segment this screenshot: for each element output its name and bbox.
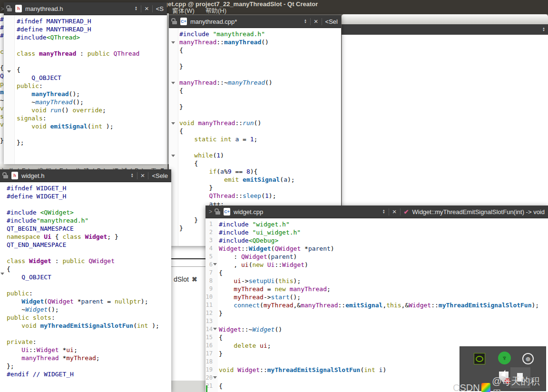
open-documents-sliver: dSlot✖ (171, 246, 206, 392)
fold-marker-icon[interactable] (171, 155, 175, 157)
divider (400, 208, 401, 216)
divider (322, 18, 322, 25)
file-name: manythread.cpp* (190, 18, 237, 25)
nvidia-tray-icon[interactable] (474, 353, 485, 364)
method-icon: ✔ (404, 208, 409, 216)
fold-marker-icon[interactable] (0, 273, 4, 275)
file-name: widget.h (21, 172, 44, 179)
line-numbers: 123456789101112131415161718192021 (206, 220, 213, 390)
forward-chevron-icon[interactable]: > (209, 208, 212, 215)
editor-titlebar[interactable]: h manythread.h ▲▼ × <S (4, 2, 167, 15)
statusbar-sliver (171, 381, 206, 392)
editor-titlebar[interactable]: C+ manythread.cpp* ▲▼ × <Sel (169, 15, 341, 28)
editor-titlebar[interactable]: > C+ widget.cpp ▲▼ × ✔ Widget::myThreadE… (206, 206, 548, 218)
fold-marker-icon[interactable] (213, 328, 217, 330)
split-icon[interactable]: ▲▼ (382, 209, 385, 214)
divider (171, 258, 206, 259)
fold-marker-icon[interactable] (213, 263, 217, 265)
divider (137, 172, 137, 179)
fold-marker-icon[interactable] (213, 376, 217, 379)
watermark-prefix: CSDN (453, 382, 480, 392)
split-icon[interactable]: ▲▼ (542, 27, 545, 32)
divider (310, 18, 311, 25)
background-editor-toolbar: ▲▼ (342, 24, 548, 35)
watermark-suffix: @每天的积累 (492, 375, 548, 392)
menu-help[interactable]: 帮助(H) (206, 7, 226, 15)
document-tab[interactable]: dSlot✖ (174, 275, 197, 283)
file-name: widget.cpp (234, 208, 263, 216)
divider (148, 172, 148, 179)
close-icon[interactable]: × (145, 5, 149, 12)
menu-window[interactable]: 窗体(W) (172, 7, 195, 15)
lock-icon (7, 8, 12, 11)
symbol-combo[interactable]: Widget::myThreadEmitSignalSlotFun(int) -… (412, 208, 545, 216)
fold-marker-icon[interactable] (7, 70, 11, 73)
background-editor-area (342, 35, 548, 206)
header-file-icon: h (15, 5, 22, 12)
fold-marker-icon[interactable] (171, 82, 175, 84)
background-window-titlebar (342, 14, 548, 24)
editor-window-manythread-h: h manythread.h ▲▼ × <S #ifndef MANYTHREA… (4, 2, 167, 164)
csdn-logo-icon (481, 383, 491, 392)
close-icon[interactable]: × (392, 208, 397, 215)
divider (141, 5, 141, 12)
split-icon[interactable]: ▲▼ (304, 19, 307, 24)
fold-marker-icon[interactable] (171, 41, 175, 44)
fold-marker-icon[interactable] (171, 122, 175, 125)
close-icon[interactable]: × (314, 18, 318, 25)
code-editor[interactable]: #ifndef WIDGET_H#define WIDGET_H #includ… (0, 182, 171, 392)
lock-icon (172, 21, 177, 24)
code-editor[interactable]: #ifndef MANYTHREAD_H#define MANYTHREAD_H… (4, 15, 167, 164)
symbol-combo[interactable]: <S (156, 5, 164, 12)
divider (152, 5, 153, 12)
vcs-change-marker (206, 385, 207, 392)
razer-tray-icon[interactable]: ♆ (498, 352, 511, 364)
fold-gutter (4, 15, 15, 164)
network-globe-icon[interactable]: ⊕ (522, 353, 534, 364)
close-icon[interactable]: × (141, 172, 145, 179)
divider (171, 266, 206, 267)
symbol-combo[interactable]: <Sel (325, 18, 338, 25)
editor-window-widget-h: h widget.h ▲▼ × <Sele #ifndef WIDGET_H#d… (0, 169, 171, 392)
lock-icon (3, 175, 8, 178)
editor-titlebar[interactable]: h widget.h ▲▼ × <Sele (0, 169, 171, 182)
split-icon[interactable]: ▲▼ (131, 173, 134, 178)
cpp-file-icon: C+ (180, 18, 187, 25)
symbol-combo[interactable]: <Sele (152, 172, 168, 179)
occluded-code-sliver: #i#d#i cl {Q_puma~mvosivo }; (0, 13, 4, 164)
header-file-icon: h (11, 172, 18, 179)
divider (389, 208, 389, 216)
tab-close-icon[interactable]: ✖ (192, 275, 197, 283)
clipped-menubar: 文件(F) 编辑(E) 构建(B) 调试(D) 工具(T) (0, 164, 167, 169)
file-name: manythread.h (25, 5, 63, 12)
watermark: CSDN @每天的积累 (453, 375, 548, 392)
split-icon[interactable]: ▲▼ (135, 6, 137, 11)
cpp-file-icon: C+ (224, 208, 230, 216)
lock-icon (215, 211, 220, 215)
